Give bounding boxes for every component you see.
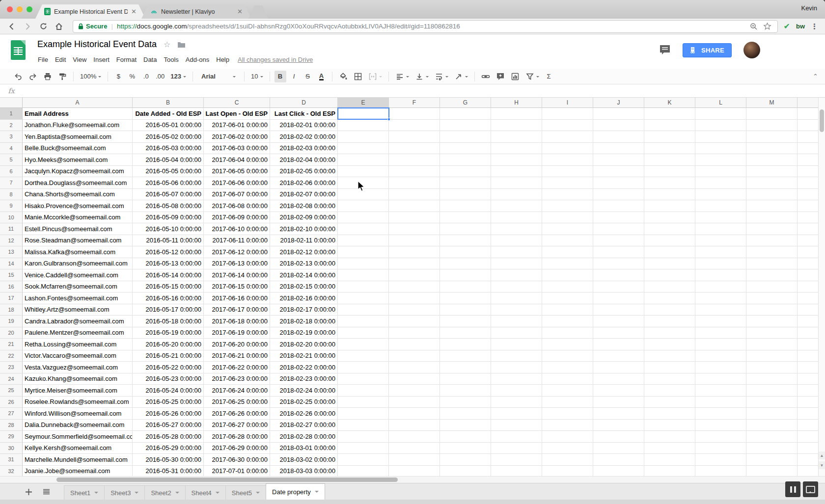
fill-color-button[interactable]	[337, 71, 350, 82]
cell-e6[interactable]	[338, 166, 389, 178]
horizontal-scrollbar[interactable]	[0, 476, 825, 483]
cell-m5[interactable]	[746, 154, 798, 166]
star-document-icon[interactable]: ☆	[164, 40, 170, 49]
cell-g12[interactable]	[440, 235, 491, 247]
format-currency-button[interactable]: $	[112, 71, 124, 82]
cell-b28[interactable]: 2016-05-27 0:00:00	[133, 420, 204, 431]
strikethrough-button[interactable]: S	[302, 71, 314, 82]
cell-h31[interactable]	[491, 454, 542, 466]
cell-k3[interactable]	[644, 131, 695, 143]
cell-b5[interactable]: 2016-05-04 0:00:00	[133, 154, 204, 166]
cell-d21[interactable]: 2018-02-20 0:00:00	[270, 339, 338, 350]
cell-h11[interactable]	[491, 223, 542, 235]
cell-m18[interactable]	[746, 304, 798, 316]
row-number-8[interactable]: 8	[0, 189, 23, 201]
sheet-tab-menu-icon[interactable]	[315, 491, 319, 495]
cell-c11[interactable]: 2017-06-10 0:00:00	[204, 223, 270, 235]
cell-m31[interactable]	[746, 454, 798, 466]
cell-d12[interactable]: 2018-02-11 0:00:00	[270, 235, 338, 247]
browser-tab-sheets[interactable]: Example Historical Event Data ✕	[35, 4, 145, 19]
cell-e27[interactable]	[338, 408, 389, 420]
cell-i26[interactable]	[542, 397, 593, 408]
cell-l13[interactable]	[695, 246, 746, 258]
cell-d30[interactable]: 2018-03-01 0:00:00	[270, 443, 338, 454]
cell-l26[interactable]	[695, 397, 746, 408]
cell-k32[interactable]	[644, 466, 695, 477]
cell-l9[interactable]	[695, 200, 746, 212]
cell-b25[interactable]: 2016-05-24 0:00:00	[133, 385, 204, 397]
cell-l3[interactable]	[695, 131, 746, 143]
cell-i12[interactable]	[542, 235, 593, 247]
cell-b12[interactable]: 2016-05-11 0:00:00	[133, 235, 204, 247]
cell-k4[interactable]	[644, 143, 695, 155]
cell-d15[interactable]: 2018-02-14 0:00:00	[270, 269, 338, 281]
cell-k9[interactable]	[644, 200, 695, 212]
column-header-k[interactable]: K	[644, 98, 695, 108]
cell-b21[interactable]: 2016-05-20 0:00:00	[133, 339, 204, 350]
scroll-down-icon[interactable]: ▼	[819, 461, 825, 469]
cell-f15[interactable]	[389, 269, 440, 281]
menu-add-ons[interactable]: Add-ons	[182, 54, 213, 65]
cell-c32[interactable]: 2017-07-01 0:00:00	[204, 466, 270, 477]
row-number-24[interactable]: 24	[0, 373, 23, 385]
cell-e16[interactable]	[338, 281, 389, 293]
cell-g10[interactable]	[440, 212, 491, 224]
cell-a1[interactable]: Email Address	[23, 108, 133, 120]
cell-a11[interactable]: Estell.Pincus@someemail.com	[23, 223, 133, 235]
cell-j5[interactable]	[593, 154, 644, 166]
menu-file[interactable]: File	[34, 54, 52, 65]
cell-d6[interactable]: 2018-02-05 0:00:00	[270, 166, 338, 178]
cell-d27[interactable]: 2018-02-26 0:00:00	[270, 408, 338, 420]
cell-l19[interactable]	[695, 316, 746, 327]
cell-l8[interactable]	[695, 189, 746, 201]
cell-b29[interactable]: 2016-05-28 0:00:00	[133, 431, 204, 443]
cell-e17[interactable]	[338, 292, 389, 304]
text-rotation-button[interactable]	[452, 71, 470, 82]
sheet-tab-sheet2[interactable]: Sheet2	[144, 485, 185, 500]
column-header-m[interactable]: M	[746, 98, 798, 108]
cell-b30[interactable]: 2016-05-29 0:00:00	[133, 443, 204, 454]
cell-l1[interactable]	[695, 108, 746, 120]
cell-a17[interactable]: Lashon.Fontes@someemail.com	[23, 292, 133, 304]
sheets-logo-icon[interactable]	[11, 40, 26, 60]
row-number-20[interactable]: 20	[0, 327, 23, 339]
row-number-18[interactable]: 18	[0, 304, 23, 316]
cell-h9[interactable]	[491, 200, 542, 212]
cell-c16[interactable]: 2017-06-15 0:00:00	[204, 281, 270, 293]
menu-data[interactable]: Data	[140, 54, 160, 65]
cell-j21[interactable]	[593, 339, 644, 350]
cell-b7[interactable]: 2016-05-06 0:00:00	[133, 177, 204, 189]
cell-b11[interactable]: 2016-05-10 0:00:00	[133, 223, 204, 235]
cell-k17[interactable]	[644, 292, 695, 304]
insert-comment-button[interactable]	[494, 71, 507, 82]
cell-g7[interactable]	[440, 177, 491, 189]
cell-i7[interactable]	[542, 177, 593, 189]
cell-d25[interactable]: 2018-02-24 0:00:00	[270, 385, 338, 397]
cell-f11[interactable]	[389, 223, 440, 235]
cell-j27[interactable]	[593, 408, 644, 420]
cell-k1[interactable]	[644, 108, 695, 120]
cell-b4[interactable]: 2016-05-03 0:00:00	[133, 143, 204, 155]
cell-h20[interactable]	[491, 327, 542, 339]
cell-a15[interactable]: Venice.Caddell@someemail.com	[23, 269, 133, 281]
menu-view[interactable]: View	[69, 54, 90, 65]
cell-j20[interactable]	[593, 327, 644, 339]
cell-e5[interactable]	[338, 154, 389, 166]
save-status-link[interactable]: All changes saved in Drive	[238, 56, 313, 63]
sheet-tab-sheet5[interactable]: Sheet5	[225, 485, 266, 500]
zoom-select[interactable]: 100%	[78, 71, 103, 82]
address-bar[interactable]: Secure | https://docs.google.com/spreads…	[73, 20, 778, 33]
cell-i4[interactable]	[542, 143, 593, 155]
home-icon[interactable]	[54, 22, 64, 31]
menu-help[interactable]: Help	[213, 54, 233, 65]
cell-h3[interactable]	[491, 131, 542, 143]
cell-f32[interactable]	[389, 466, 440, 477]
row-number-16[interactable]: 16	[0, 281, 23, 293]
cell-c8[interactable]: 2017-06-07 0:00:00	[204, 189, 270, 201]
cell-i9[interactable]	[542, 200, 593, 212]
cell-f25[interactable]	[389, 385, 440, 397]
cell-m14[interactable]	[746, 258, 798, 270]
cell-l23[interactable]	[695, 362, 746, 373]
cell-e25[interactable]	[338, 385, 389, 397]
functions-button[interactable]: Σ	[543, 71, 555, 82]
